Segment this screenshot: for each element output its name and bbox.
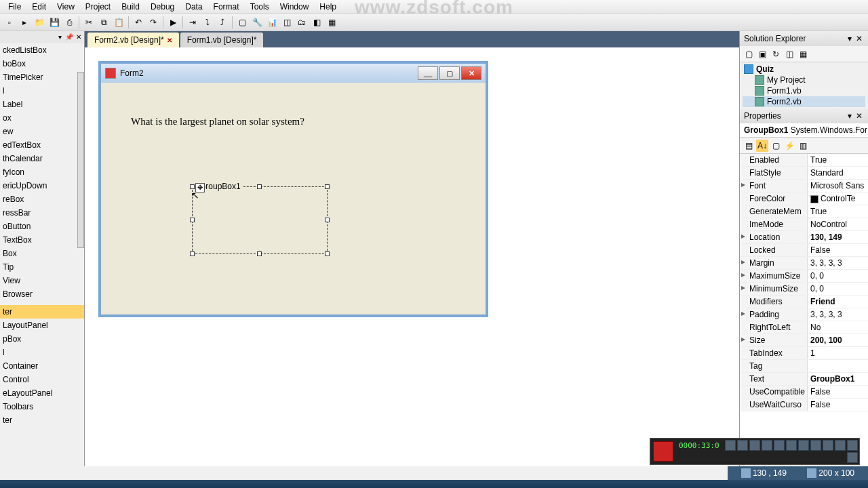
property-row[interactable]: UseWaitCursoFalse bbox=[740, 399, 868, 411]
cut-icon[interactable]: ✂ bbox=[82, 16, 96, 29]
toolbox-pin-icon[interactable]: 📌 bbox=[65, 33, 73, 41]
tray-icon[interactable] bbox=[737, 440, 748, 451]
toolbox-item[interactable]: ter bbox=[0, 305, 84, 319]
step-icon[interactable]: ⇥ bbox=[186, 16, 199, 29]
property-row[interactable]: ▸MaximumSize0, 0 bbox=[740, 270, 868, 283]
property-value[interactable]: 0, 0 bbox=[808, 270, 868, 282]
menu-window[interactable]: Window bbox=[275, 1, 315, 13]
property-value[interactable]: No bbox=[808, 321, 868, 333]
expand-icon[interactable] bbox=[740, 360, 747, 372]
toolbox-item[interactable]: l bbox=[0, 346, 84, 359]
undo-icon[interactable]: ↶ bbox=[132, 16, 145, 29]
toolbox-item[interactable]: LayoutPanel bbox=[0, 319, 84, 332]
toolbox-icon[interactable]: 🔧 bbox=[250, 16, 264, 29]
toolbox-item[interactable]: ew bbox=[0, 125, 84, 138]
toolbox-item[interactable]: ressBar bbox=[0, 206, 84, 220]
toolbox-item[interactable]: oButton bbox=[0, 220, 84, 233]
toolbox-item[interactable]: Toolbars bbox=[0, 400, 84, 413]
expand-icon[interactable]: ▸ bbox=[740, 180, 747, 192]
toolbox-item[interactable]: edTextBox bbox=[0, 138, 84, 152]
solution-node[interactable]: Form1.vb bbox=[743, 85, 865, 96]
property-row[interactable]: ForeColorControlTe bbox=[740, 192, 868, 205]
property-row[interactable]: RightToLeftNo bbox=[740, 321, 868, 334]
property-value[interactable]: 1 bbox=[808, 347, 868, 359]
start-icon[interactable]: ▶ bbox=[166, 16, 180, 29]
property-value[interactable]: GroupBox1 bbox=[808, 373, 868, 385]
se-pin-icon[interactable]: ▾ bbox=[845, 34, 854, 43]
menu-file[interactable]: File bbox=[3, 1, 26, 13]
obj-icon[interactable]: ◫ bbox=[280, 16, 294, 29]
toolbox-item[interactable]: Tip bbox=[0, 260, 84, 274]
toolbox-close-icon[interactable]: ✕ bbox=[75, 33, 83, 41]
minimize-button[interactable]: __ bbox=[418, 66, 438, 80]
se-showall-icon[interactable]: ▣ bbox=[756, 48, 768, 60]
expand-icon[interactable]: ▸ bbox=[740, 257, 747, 269]
expand-icon[interactable] bbox=[740, 296, 747, 308]
expand-icon[interactable] bbox=[740, 373, 747, 385]
resize-handle-n[interactable] bbox=[257, 184, 262, 189]
property-value[interactable]: 3, 3, 3, 3 bbox=[808, 308, 868, 321]
prop-close-icon[interactable]: ✕ bbox=[854, 111, 864, 121]
property-row[interactable]: ImeModeNoControl bbox=[740, 218, 868, 231]
add-item-icon[interactable]: ▸ bbox=[18, 16, 31, 29]
prop-categorized-icon[interactable]: ▤ bbox=[743, 140, 755, 152]
expand-icon[interactable] bbox=[740, 347, 747, 359]
question-label[interactable]: What is the largest planet on solar syst… bbox=[131, 116, 304, 127]
toolbox-item[interactable]: reBox bbox=[0, 192, 84, 206]
se-refresh-icon[interactable]: ↻ bbox=[770, 48, 782, 60]
expand-icon[interactable] bbox=[740, 321, 747, 333]
tab-close-icon[interactable]: ✕ bbox=[167, 37, 172, 44]
se-close-icon[interactable]: ✕ bbox=[854, 34, 864, 43]
property-row[interactable]: ▸Location130, 149 bbox=[740, 231, 868, 244]
expand-icon[interactable] bbox=[740, 205, 747, 218]
tray-icon[interactable] bbox=[835, 440, 846, 451]
prop-pages-icon[interactable]: ▥ bbox=[797, 140, 809, 152]
menu-help[interactable]: Help bbox=[314, 1, 342, 13]
expand-icon[interactable]: ▸ bbox=[740, 283, 747, 295]
se-properties-icon[interactable]: ▢ bbox=[743, 48, 755, 60]
property-row[interactable]: UseCompatibleFalse bbox=[740, 386, 868, 399]
property-value[interactable]: False bbox=[808, 244, 868, 256]
tray-icon[interactable] bbox=[786, 440, 797, 451]
expand-icon[interactable]: ▸ bbox=[740, 231, 747, 243]
tray-icon[interactable] bbox=[725, 440, 736, 451]
expand-icon[interactable] bbox=[740, 154, 747, 166]
property-row[interactable]: ModifiersFriend bbox=[740, 296, 868, 308]
resize-handle-se[interactable] bbox=[325, 251, 330, 256]
toolbox-item[interactable]: Container bbox=[0, 359, 84, 373]
property-row[interactable]: ▸Padding3, 3, 3, 3 bbox=[740, 308, 868, 321]
toolbox-item[interactable]: TimePicker bbox=[0, 70, 84, 84]
menu-tools[interactable]: Tools bbox=[245, 1, 275, 13]
property-value[interactable]: False bbox=[808, 386, 868, 398]
design-surface[interactable]: Form2 __ ▢ ✕ What is the largest planet … bbox=[85, 47, 739, 466]
toolbox-item[interactable]: ericUpDown bbox=[0, 179, 84, 192]
tray-icon[interactable] bbox=[847, 440, 858, 451]
property-value[interactable]: Friend bbox=[808, 296, 868, 308]
property-row[interactable]: EnabledTrue bbox=[740, 154, 868, 167]
toolbox-item[interactable]: thCalendar bbox=[0, 152, 84, 165]
toolbox-item[interactable]: Label bbox=[0, 98, 84, 111]
toolbox-item[interactable]: fyIcon bbox=[0, 165, 84, 179]
move-handle-icon[interactable]: ✥ bbox=[195, 183, 205, 192]
property-value[interactable]: Standard bbox=[808, 167, 868, 179]
property-value[interactable]: False bbox=[808, 399, 868, 411]
toolbox-item[interactable]: Browser bbox=[0, 287, 84, 301]
expand-icon[interactable] bbox=[740, 218, 747, 230]
resize-handle-e[interactable] bbox=[325, 218, 330, 222]
toolbox-scrollbar[interactable] bbox=[77, 72, 84, 248]
prop-events-icon[interactable]: ⚡ bbox=[783, 140, 795, 152]
menu-format[interactable]: Format bbox=[208, 1, 245, 13]
menu-project[interactable]: Project bbox=[80, 1, 116, 13]
property-row[interactable]: TextGroupBox1 bbox=[740, 373, 868, 386]
groupbox-control[interactable]: GroupBox1 ✥ ↖ bbox=[192, 186, 328, 254]
new-project-icon[interactable]: ▫ bbox=[3, 16, 16, 29]
misc2-icon[interactable]: ▦ bbox=[325, 16, 338, 29]
se-view-code-icon[interactable]: ◫ bbox=[783, 48, 795, 60]
property-value[interactable]: NoControl bbox=[808, 218, 868, 230]
property-value[interactable]: 3, 3, 3, 3 bbox=[808, 257, 868, 269]
resize-handle-ne[interactable] bbox=[325, 184, 330, 189]
paste-icon[interactable]: 📋 bbox=[112, 16, 125, 29]
tray-icon[interactable] bbox=[810, 440, 821, 451]
tray-icon[interactable] bbox=[749, 440, 760, 451]
property-value[interactable]: Microsoft Sans bbox=[808, 180, 868, 192]
